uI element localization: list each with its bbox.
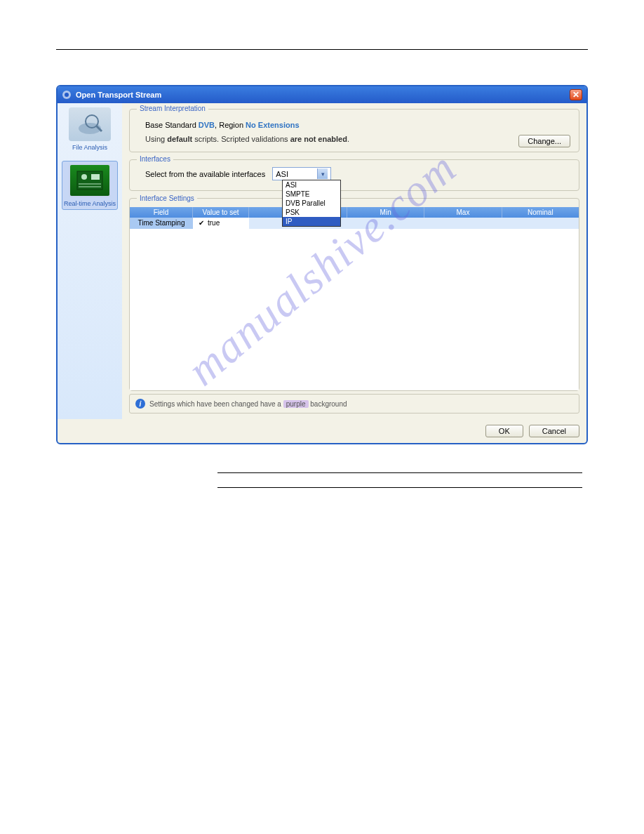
script-status-line: Using default scripts. Scripted validati… bbox=[145, 135, 570, 143]
titlebar: Open Transport Stream ✕ bbox=[58, 86, 586, 103]
column-header-value: Value to set bbox=[193, 207, 249, 218]
base-standard-line: Base Standard DVB, Region No Extensions bbox=[145, 121, 570, 129]
svg-point-6 bbox=[81, 174, 87, 180]
ok-button[interactable]: OK bbox=[485, 425, 523, 437]
interface-dropdown: ASI SMPTE DVB Parallel PSK IP bbox=[282, 180, 341, 227]
group-legend: Interfaces bbox=[137, 155, 173, 163]
column-header-field: Field bbox=[130, 207, 193, 218]
cell-value-text: true bbox=[208, 219, 220, 227]
text: , Region bbox=[215, 121, 246, 129]
text: Using bbox=[145, 135, 167, 143]
info-icon: i bbox=[135, 399, 145, 409]
group-legend: Interface Settings bbox=[137, 194, 197, 202]
cell-field: Time Stamping bbox=[130, 218, 193, 229]
horizontal-rule bbox=[217, 472, 582, 473]
chevron-down-icon: ▾ bbox=[317, 168, 328, 179]
cancel-button[interactable]: Cancel bbox=[529, 425, 579, 437]
select-value: ASI bbox=[276, 170, 288, 178]
interfaces-group: Interfaces Select from the available int… bbox=[129, 159, 579, 191]
text: . bbox=[347, 135, 349, 143]
column-header-min: Min bbox=[347, 207, 424, 218]
table-body-empty bbox=[130, 229, 579, 390]
interface-settings-group: Interface Settings Field Value to set Un… bbox=[129, 198, 579, 391]
main-panel: Stream Interpretation Base Standard DVB,… bbox=[122, 103, 586, 419]
window-title: Open Transport Stream bbox=[76, 91, 161, 99]
table-header: Field Value to set Units Min Max Nominal bbox=[130, 207, 579, 218]
horizontal-rule bbox=[56, 49, 588, 50]
app-icon bbox=[62, 90, 72, 100]
group-legend: Stream Interpretation bbox=[137, 105, 208, 112]
dialog-footer: OK Cancel bbox=[58, 419, 586, 443]
dropdown-option[interactable]: PSK bbox=[283, 208, 340, 217]
table-row[interactable]: Time Stamping ✔true bbox=[130, 218, 579, 229]
text: background bbox=[309, 400, 347, 408]
sidebar: File Analysis Real-time Analysis bbox=[58, 103, 122, 419]
interfaces-label: Select from the available interfaces bbox=[145, 170, 265, 178]
text: Base Standard bbox=[145, 121, 199, 129]
info-bar: i Settings which have been changed have … bbox=[129, 394, 579, 413]
sidebar-item-realtime-analysis[interactable]: Real-time Analysis bbox=[62, 161, 118, 210]
purple-swatch: purple bbox=[283, 400, 309, 408]
column-header-max: Max bbox=[424, 207, 502, 218]
sidebar-item-label: File Analysis bbox=[69, 144, 111, 151]
dropdown-option[interactable]: IP bbox=[283, 217, 340, 226]
text: are not enabled bbox=[290, 135, 347, 143]
column-header-nominal: Nominal bbox=[502, 207, 579, 218]
close-icon: ✕ bbox=[572, 91, 579, 99]
sidebar-item-label: Real-time Analysis bbox=[64, 200, 116, 207]
svg-rect-7 bbox=[91, 174, 100, 180]
circuit-board-icon bbox=[69, 164, 111, 197]
dropdown-option[interactable]: DVB Parallel bbox=[283, 199, 340, 208]
dialog-window: Open Transport Stream ✕ File Analysis bbox=[56, 85, 588, 444]
interface-select[interactable]: ASI ▾ bbox=[272, 167, 331, 180]
sidebar-item-file-analysis[interactable]: File Analysis bbox=[69, 107, 111, 151]
change-button[interactable]: Change... bbox=[518, 135, 570, 147]
text: Settings which have been changed have a bbox=[149, 400, 283, 408]
base-standard-value: DVB bbox=[199, 121, 215, 129]
info-text: Settings which have been changed have a … bbox=[149, 400, 347, 408]
text: default bbox=[167, 135, 192, 143]
text: scripts. Scripted validations bbox=[192, 135, 290, 143]
cell-value: ✔true bbox=[193, 218, 249, 229]
dropdown-option[interactable]: ASI bbox=[283, 180, 340, 190]
svg-point-1 bbox=[65, 93, 69, 97]
checkmark-icon: ✔ bbox=[197, 219, 206, 227]
dropdown-option[interactable]: SMPTE bbox=[283, 190, 340, 199]
magnifier-disc-icon bbox=[69, 107, 111, 141]
close-button[interactable]: ✕ bbox=[570, 89, 582, 100]
stream-interpretation-group: Stream Interpretation Base Standard DVB,… bbox=[129, 109, 579, 152]
horizontal-rule bbox=[217, 487, 582, 488]
region-value: No Extensions bbox=[246, 121, 299, 129]
